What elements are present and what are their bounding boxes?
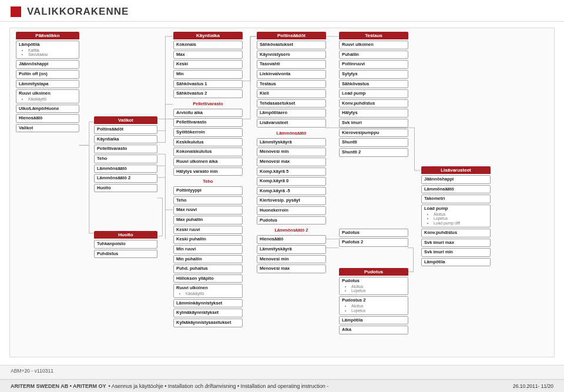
menu-item-title: Ruuvi ulkoinen <box>176 286 240 291</box>
menu-item-title: Ruuvi ulkoinen <box>342 42 405 48</box>
menu-item: Jäännöshappi <box>16 60 79 69</box>
menu-item-title: Poltinsäädöt <box>97 127 155 132</box>
menu-item: Ruuvi ulkoinenKäsikäyttö <box>16 89 79 103</box>
menu-item: Pellettivarasto <box>173 118 243 127</box>
menu-item-title: Min ruuvi <box>176 247 240 252</box>
menu-item: Lisävarusteet <box>257 119 326 128</box>
menu-item: Keski puhallin <box>173 235 243 244</box>
menu-item-title: Kylkäkäynnistysasetukset <box>176 320 240 326</box>
col-header: Päävalikko <box>16 32 79 39</box>
menu-item-title: Kokonaiskulutus <box>176 149 240 155</box>
menu-item: Shuntti 2 <box>339 148 408 157</box>
page-header: VALIKKORAKENNE <box>0 0 564 22</box>
menu-subitem: Aloitus <box>351 284 405 289</box>
menu-item: Konv.puhdistus <box>421 229 491 237</box>
menu-item: Menovesi max <box>257 158 326 166</box>
menu-item-title: Load pump <box>342 91 405 96</box>
menu-item-title: Huolto <box>97 186 155 191</box>
menu-item: Lämpötilaero <box>257 109 326 118</box>
menu-item: Keskikulutus <box>173 138 243 147</box>
menu-item-sublist: Käsikäyttö <box>25 97 76 102</box>
menu-item: Aika <box>339 326 408 334</box>
menu-item: Hienosäätö <box>257 235 326 244</box>
menu-item: Menovesi min <box>257 148 326 156</box>
menu-item: Puhd. puhallus <box>173 264 243 273</box>
menu-item-title: Sähkövastus <box>342 82 405 87</box>
menu-item: Pellettivarasto <box>94 145 157 153</box>
menu-item-title: Testaus <box>260 82 323 87</box>
menu-item: Hiilloksen ylläpito <box>173 274 243 283</box>
menu-item-sublist: AloitusLopetusLoad pump diff <box>430 212 488 226</box>
menu-item: Komp.käyrä 0 <box>257 177 326 186</box>
menu-item: Poltinsäädöt <box>94 125 157 134</box>
menu-item-title: Kierovesipumppu <box>342 130 405 136</box>
menu-item: Huonekerroin <box>257 206 326 215</box>
menu-item-title: Komp.käyrä 5 <box>260 169 323 175</box>
menu-item: Komp.käyrä -5 <box>257 187 326 196</box>
col-header: Käyntiaika <box>173 32 243 39</box>
menu-item: Load pumpAloitusLopetusLoad pump diff <box>421 205 491 227</box>
menu-item: Tuhkanpoisto <box>94 240 157 249</box>
menu-item-title: Svk imuri <box>342 120 405 126</box>
menu-item: Hienosäätö <box>16 114 79 123</box>
menu-item-title: Lämminkäynnistykset <box>176 301 240 306</box>
menu-subitem: Käsikäyttö <box>186 292 240 296</box>
menu-item-title: Lisävarusteet <box>260 120 323 126</box>
menu-item-title: Hälytys <box>342 110 405 116</box>
menu-item: Sähkövastus 2 <box>173 89 243 98</box>
section-header: Lämmönsäätö 2 <box>257 226 326 234</box>
menu-item-title: Hälytys varasto min <box>176 169 240 175</box>
menu-item: Ruuvi ulkoinenKäsikäyttö <box>173 284 243 297</box>
menu-item: Arvioitu aika <box>173 109 243 118</box>
menu-item: Lämpötila <box>339 316 408 325</box>
menu-item: Sähkövastukset <box>257 41 326 49</box>
footer-text: • Asennus ja käyttöohje • Installation o… <box>108 383 328 389</box>
menu-item-title: Ruuvi ulkoinen <box>19 91 76 96</box>
menu-item: Menovesi min <box>257 255 326 264</box>
menu-item: Kylkäkäynnistysasetukset <box>173 319 243 327</box>
menu-item: Kokonaiskulutus <box>173 148 243 156</box>
menu-item-title: Shuntti 2 <box>342 150 405 155</box>
menu-item-title: Pellettivarasto <box>176 120 240 125</box>
menu-item: Puhallin <box>339 51 408 59</box>
menu-item-title: Puhd. puhallus <box>176 266 240 272</box>
menu-item-title: Liekinvalvonta <box>260 72 323 77</box>
menu-item: Sähkövastus <box>339 80 408 89</box>
menu-item: Kiertovesip. pysäyt <box>257 196 326 205</box>
menu-item-title: Lämpötila <box>424 260 488 265</box>
menu-item-title: Lämpötila <box>342 318 405 323</box>
menu-item-title: Teho <box>176 198 240 203</box>
menu-item: Takometri <box>421 195 491 203</box>
menu-item-title: Lämmönsäätö 2 <box>97 176 155 181</box>
menu-item-sublist: AloitusLopetus <box>348 304 405 313</box>
menu-item: Keski ruuvi <box>173 226 243 234</box>
menu-item-title: Tasovahti <box>260 62 323 67</box>
footer-page: 26.10.2011- 11/20 <box>513 383 553 389</box>
menu-item-title: Sähkövastukset <box>260 42 323 48</box>
menu-item: Puhdistus <box>94 250 157 259</box>
section-header: Teho <box>173 177 243 185</box>
menu-item: Shuntti <box>339 138 408 147</box>
page-title: VALIKKORAKENNE <box>27 6 129 18</box>
menu-item: Kokonais <box>173 41 243 49</box>
menu-item-title: Min <box>176 72 240 77</box>
menu-item-title: Jäännöshappi <box>424 177 488 182</box>
menu-item-title: Menovesi min <box>260 257 323 262</box>
col-poltinsaadot: Poltinsäädöt SähkövastuksetKäynnistysero… <box>257 32 326 274</box>
menu-item-title: Menovesi max <box>260 266 323 272</box>
col-testaus: Testaus Ruuvi ulkoinenPuhallinPoltinruuv… <box>339 32 408 248</box>
menu-item: Huolto <box>94 184 157 193</box>
menu-item-title: Kylmäkäynnistykset <box>176 310 240 316</box>
menu-item-title: Ruuvi ulkoinen aika <box>176 159 240 165</box>
menu-item-title: Svk imuri min <box>424 250 488 255</box>
col-header: Pudotus <box>339 268 408 276</box>
menu-item: Käynnistysero <box>257 51 326 59</box>
menu-item: Testaus <box>257 80 326 89</box>
section-header: Lämmönsäätö <box>257 129 326 137</box>
menu-item: Käyntiaika <box>94 135 157 144</box>
menu-item-title: Kieli <box>260 91 323 96</box>
col-lisavarusteet: Lisävarusteet JäännöshappiLämmönsäätöTak… <box>421 166 491 267</box>
menu-item: Ruuvi ulkoinen aika <box>173 158 243 166</box>
menu-item: Lämmönsäätö <box>421 185 491 194</box>
menu-item-title: Puhallin <box>342 52 405 58</box>
